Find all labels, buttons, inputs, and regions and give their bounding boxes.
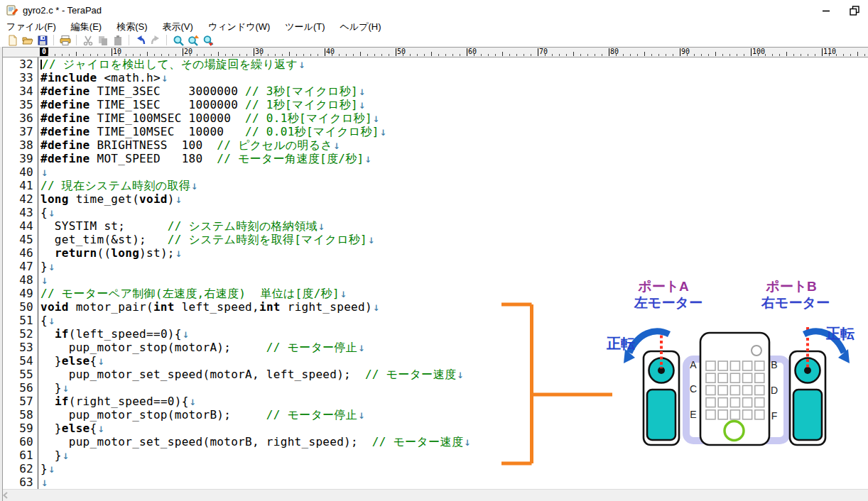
plain-text: } bbox=[40, 354, 62, 368]
paste-icon bbox=[112, 35, 124, 46]
menu-item-window[interactable]: ウィンドウ(W) bbox=[208, 21, 270, 33]
undo-button[interactable] bbox=[133, 34, 148, 47]
menu-item-search[interactable]: 検索(S) bbox=[116, 21, 147, 33]
keyword-text: #define bbox=[40, 111, 90, 125]
horizontal-scrollbar[interactable] bbox=[0, 489, 868, 501]
line-number: 60 bbox=[0, 435, 38, 448]
ruler-tick bbox=[438, 54, 439, 56]
code-line: 48↓ bbox=[0, 273, 868, 287]
comment-text: // システム時刻の格納領域 bbox=[168, 219, 318, 233]
code-line: 59 }else{↓ bbox=[0, 422, 868, 435]
ruler-tick bbox=[602, 54, 602, 56]
keyword-text: if bbox=[55, 395, 69, 408]
line-number: 56 bbox=[0, 381, 38, 395]
ruler-tick bbox=[360, 52, 361, 56]
comment-text: // モーター停止 bbox=[266, 408, 357, 422]
menu-item-help[interactable]: ヘルプ(H) bbox=[340, 21, 381, 33]
line-number: 49 bbox=[0, 287, 38, 300]
code-text: pup_motor_set_speed(motorA, left_speed);… bbox=[38, 368, 868, 381]
find-button[interactable] bbox=[170, 34, 185, 47]
line-number: 39 bbox=[0, 152, 38, 165]
newline-mark: ↓ bbox=[340, 287, 347, 300]
plain-text bbox=[40, 395, 55, 408]
newline-mark: ↓ bbox=[373, 111, 380, 125]
plain-text: { bbox=[90, 422, 97, 435]
ruler-tick bbox=[403, 54, 403, 56]
comment-text: // 0.1秒[マイクロ秒] bbox=[245, 111, 372, 125]
cut-icon bbox=[82, 35, 94, 46]
code-text: if(right_speed==0){↓ bbox=[38, 395, 868, 408]
keyword-text: #define bbox=[40, 98, 90, 111]
code-line: 51{↓ bbox=[0, 314, 868, 327]
line-number: 42 bbox=[0, 192, 38, 206]
ruler-tick bbox=[538, 48, 538, 56]
ruler-tick bbox=[644, 52, 645, 56]
newline-mark: ↓ bbox=[175, 246, 183, 260]
keyword-text: void bbox=[40, 300, 69, 314]
code-line: 38#define BRIGHTNESS 100 // ピクセルの明るさ↓ bbox=[0, 138, 868, 152]
new-file-button[interactable] bbox=[5, 34, 20, 47]
restore-button[interactable] bbox=[844, 3, 865, 18]
save-button[interactable] bbox=[35, 34, 50, 47]
minimize-button[interactable] bbox=[815, 3, 837, 18]
code-line: 47}↓ bbox=[0, 260, 868, 273]
line-number: 48 bbox=[0, 273, 38, 287]
open-folder-button[interactable] bbox=[20, 34, 35, 47]
ruler-tick bbox=[97, 54, 98, 56]
comment-text: // システム時刻を取得[マイクロ秒] bbox=[168, 233, 367, 246]
plain-text: right_speed) bbox=[281, 300, 372, 314]
find-next-button[interactable] bbox=[200, 34, 215, 47]
plain-text: SYSTIM st; bbox=[40, 219, 168, 233]
code-text: }↓ bbox=[38, 448, 868, 462]
plain-text: { bbox=[40, 206, 48, 219]
find-prev-button[interactable] bbox=[185, 34, 200, 47]
ruler-tick bbox=[701, 54, 702, 56]
ruler-tick bbox=[119, 54, 119, 56]
code-line: 56 }↓ bbox=[0, 381, 868, 395]
keyword-text: #define bbox=[40, 84, 90, 98]
menu-item-tool[interactable]: ツール(T) bbox=[285, 21, 325, 33]
ruler-tick bbox=[744, 54, 744, 56]
code-line: 33#include <math.h>↓ bbox=[0, 71, 868, 84]
ruler-tick bbox=[474, 54, 474, 56]
ruler-tick bbox=[374, 54, 375, 56]
code-line: 34#define TIME_3SEC 3000000 // 3秒[マイクロ秒]… bbox=[0, 84, 868, 98]
newline-mark: ↓ bbox=[190, 395, 197, 408]
ruler-tick bbox=[254, 48, 254, 56]
menu-item-edit[interactable]: 編集(E) bbox=[71, 21, 102, 33]
line-number: 61 bbox=[0, 448, 38, 462]
ruler-tick bbox=[452, 54, 453, 56]
newline-mark: ↓ bbox=[48, 462, 55, 475]
ruler-tick bbox=[552, 54, 553, 56]
text-editor-area[interactable]: 32// ジャイロを検出して、その場旋回を繰り返す↓33#include <ma… bbox=[0, 57, 868, 489]
menu-item-view[interactable]: 表示(V) bbox=[163, 21, 193, 33]
plain-text: { bbox=[40, 314, 48, 327]
ruler-tick bbox=[715, 52, 716, 56]
comment-text: // 3秒[マイクロ秒] bbox=[245, 84, 358, 98]
ruler-tick bbox=[268, 54, 268, 56]
paste-button bbox=[110, 34, 125, 47]
ruler-tick bbox=[758, 54, 759, 56]
ruler-tick bbox=[197, 54, 197, 56]
code-line: 46 return((long)st);↓ bbox=[0, 246, 868, 260]
line-number: 33 bbox=[0, 71, 38, 84]
ruler-tick bbox=[566, 54, 567, 56]
code-text: #define TIME_100MSEC 100000 // 0.1秒[マイクロ… bbox=[38, 111, 868, 125]
ruler-tick bbox=[133, 54, 134, 56]
code-text: // 現在システム時刻の取得↓ bbox=[38, 179, 868, 192]
toolbar-separator bbox=[166, 35, 167, 45]
newline-mark: ↓ bbox=[63, 381, 70, 395]
ruler-tick bbox=[765, 54, 766, 56]
code-text: #define BRIGHTNESS 100 // ピクセルの明るさ↓ bbox=[38, 138, 868, 152]
column-ruler: 0 102030405060708090100110 bbox=[0, 47, 868, 57]
code-text: get_tim(&st); // システム時刻を取得[マイクロ秒]↓ bbox=[38, 233, 868, 246]
print-button[interactable] bbox=[58, 34, 72, 47]
line-number: 34 bbox=[0, 84, 38, 98]
newline-mark: ↓ bbox=[380, 125, 387, 138]
code-line: 57 if(right_speed==0){↓ bbox=[0, 395, 868, 408]
redo-button bbox=[148, 34, 163, 47]
menu-item-file[interactable]: ファイル(F) bbox=[6, 21, 56, 33]
plain-text: TIME_10MSEC 10000 bbox=[90, 125, 246, 138]
plain-text: } bbox=[40, 381, 62, 395]
plain-text: } bbox=[40, 448, 62, 462]
